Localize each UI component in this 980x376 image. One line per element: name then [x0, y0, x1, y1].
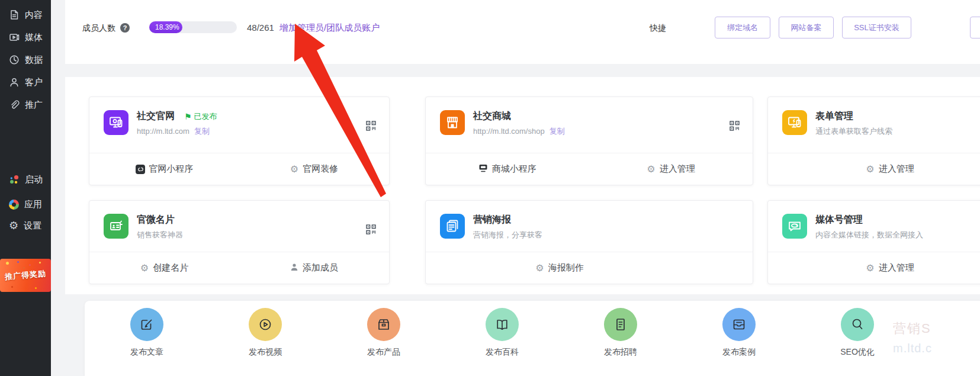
card-title: 营销海报 [473, 214, 511, 226]
promo-reward-banner[interactable]: 推广得奖励 [0, 259, 51, 292]
qr-code-icon[interactable] [730, 121, 740, 133]
action-mall-miniprogram[interactable]: 商城小程序 [426, 163, 589, 175]
card-form-manage: 表单管理 通过表单获取客户线索 ⚙ 进入管理 [767, 97, 980, 185]
gear-icon: ⚙ [866, 165, 874, 174]
business-card-icon [104, 214, 128, 239]
sidebar-item-settings[interactable]: ⚙ 设置 [0, 217, 51, 234]
card-title: 社交官网 [137, 110, 175, 123]
gear-icon: ⚙ [647, 165, 655, 174]
form-manage-icon [782, 110, 807, 135]
card-subtitle: 通过表单获取客户线索 [815, 126, 892, 137]
clipped-quick-button[interactable] [970, 17, 980, 38]
sidebar: 内容 媒体 数据 客户 推广 启动 应用 ⚙ 设置 [0, 0, 51, 376]
card-marketing-poster: 营销海报 营销海报，分享获客 ⚙ 海报制作 [425, 200, 753, 284]
sidebar-item-data[interactable]: 数据 [0, 51, 51, 69]
qr-code-icon[interactable] [366, 224, 376, 237]
publish-wiki[interactable]: 发布百科 [443, 308, 561, 376]
card-subtitle: 内容全媒体链接，数据全网接入 [815, 230, 923, 240]
members-progress-bar: 18.39% [149, 21, 237, 33]
sidebar-item-apps[interactable]: 应用 [0, 195, 51, 213]
card-subtitle: 营销海报，分享获客 [473, 230, 542, 240]
publish-product[interactable]: 发布产品 [324, 308, 443, 376]
card-title: 官微名片 [137, 214, 175, 226]
publish-job-icon [604, 308, 637, 341]
quick-label: 快捷 [650, 23, 666, 34]
sidebar-item-customer[interactable]: 客户 [0, 73, 51, 91]
qr-code-icon[interactable] [366, 121, 376, 133]
action-website-miniprogram[interactable]: 官网小程序 [89, 163, 239, 175]
members-label: 成员人数 [82, 23, 115, 34]
card-url-row: http://m.ltd.com复制 [137, 126, 217, 137]
gear-icon: ⚙ [535, 263, 544, 273]
publish-case-icon [722, 308, 756, 341]
card-media-account: 媒体号管理 内容全媒体链接，数据全网接入 ⚙ 进入管理 [767, 200, 980, 284]
action-form-manage[interactable]: ⚙ 进入管理 [866, 163, 914, 175]
bind-domain-button[interactable]: 绑定域名 [715, 17, 770, 38]
media-account-icon [782, 214, 807, 239]
gear-icon: ⚙ [140, 263, 149, 273]
document-icon [9, 9, 20, 20]
card-social-website: 社交官网 ⚑ 已发布 http://m.ltd.com复制 官网小程序 ⚙ [89, 97, 390, 185]
sidebar-item-launch[interactable]: 启动 [0, 171, 51, 188]
dashboard-screen: 成员人数 ? 18.39% 48/261 增加管理员/团队成员账户 快捷 绑定域… [0, 0, 980, 376]
published-badge: ⚑ 已发布 [184, 111, 217, 122]
ssl-install-button[interactable]: SSL证书安装 [842, 17, 911, 38]
card-title: 社交商城 [473, 110, 511, 123]
launch-icon [9, 174, 20, 185]
paperclip-icon [9, 99, 20, 110]
seo-optimize-icon [841, 308, 874, 341]
mall-miniprogram-icon [478, 164, 488, 174]
action-mall-manage[interactable]: ⚙ 进入管理 [589, 163, 753, 175]
publish-article[interactable]: 发布文章 [88, 308, 206, 376]
card-title: 媒体号管理 [815, 214, 863, 226]
person-icon [290, 263, 298, 273]
publish-video-icon [249, 308, 282, 341]
flag-icon: ⚑ [184, 113, 192, 121]
site-url: http://m.ltd.com [137, 127, 189, 136]
social-website-icon [104, 110, 128, 135]
publish-case[interactable]: 发布案例 [680, 308, 798, 376]
publish-product-icon [367, 308, 400, 341]
action-website-decorate[interactable]: ⚙ 官网装修 [239, 163, 389, 175]
member-count: 48/261 [247, 23, 274, 33]
copy-link[interactable]: 复制 [194, 127, 210, 136]
miniprogram-icon [136, 165, 145, 174]
quick-publish-panel: 发布文章 发布视频 发布产品 发布百科 发布招聘 [85, 301, 980, 376]
site-url: http://m.ltd.com/shop [473, 127, 545, 136]
top-header: 成员人数 ? 18.39% 48/261 增加管理员/团队成员账户 快捷 绑定域… [65, 0, 980, 64]
marketing-poster-icon [440, 214, 465, 239]
publish-job[interactable]: 发布招聘 [561, 308, 680, 376]
action-poster-make[interactable]: ⚙ 海报制作 [535, 262, 583, 274]
site-record-button[interactable]: 网站备案 [779, 17, 834, 38]
card-business-card: 官微名片 销售获客神器 ⚙ 创建名片 添加成员 [89, 200, 390, 284]
gear-icon: ⚙ [290, 165, 298, 174]
action-media-manage[interactable]: ⚙ 进入管理 [866, 262, 914, 274]
action-add-member[interactable]: 添加成员 [239, 262, 389, 274]
help-icon[interactable]: ? [120, 23, 130, 33]
customer-icon [9, 77, 20, 88]
gear-icon: ⚙ [866, 263, 874, 273]
add-members-link[interactable]: 增加管理员/团队成员账户 [279, 23, 380, 34]
copy-link[interactable]: 复制 [550, 127, 565, 136]
card-url-row: http://m.ltd.com/shop复制 [473, 126, 565, 137]
publish-video[interactable]: 发布视频 [206, 308, 324, 376]
data-icon [9, 54, 20, 65]
publish-wiki-icon [486, 308, 519, 341]
publish-article-icon [130, 308, 163, 341]
sidebar-item-media[interactable]: 媒体 [0, 28, 51, 46]
card-title: 表单管理 [815, 110, 853, 123]
sidebar-item-promote[interactable]: 推广 [0, 96, 51, 114]
action-create-card[interactable]: ⚙ 创建名片 [89, 262, 239, 274]
settings-gear-icon: ⚙ [9, 220, 18, 231]
card-social-mall: 社交商城 http://m.ltd.com/shop复制 商城小程序 ⚙ 进入管… [425, 97, 753, 185]
members-progress-label: 18.39% [155, 21, 179, 33]
media-icon [9, 32, 20, 43]
card-subtitle: 销售获客神器 [137, 230, 183, 240]
apps-icon [9, 200, 19, 210]
sidebar-item-content[interactable]: 内容 [0, 6, 51, 24]
social-mall-icon [440, 110, 465, 135]
seo-optimize[interactable]: SEO优化 [798, 308, 917, 376]
